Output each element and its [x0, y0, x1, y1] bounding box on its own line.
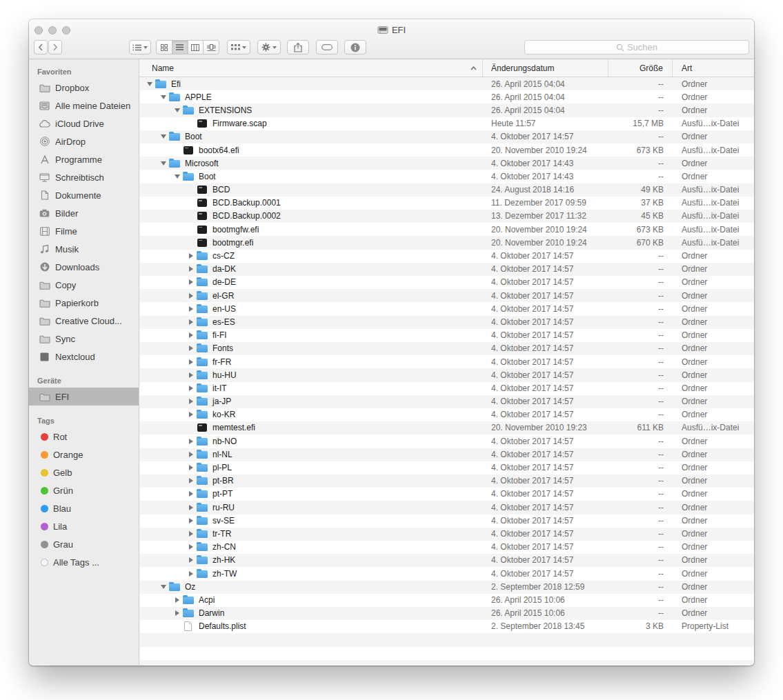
table-row[interactable]: Boot4. Oktober 2017 14:43--Ordner	[139, 170, 754, 183]
table-row[interactable]: ja-JP4. Oktober 2017 14:57--Ordner	[139, 395, 754, 408]
disclosure-closed-icon[interactable]	[188, 557, 195, 563]
sidebar-item-nextcloud[interactable]: Nextcloud	[29, 348, 139, 366]
table-row[interactable]: APPLE26. April 2015 04:04--Ordner	[139, 90, 754, 103]
sidebar-item-lila[interactable]: Lila	[29, 517, 139, 535]
disclosure-closed-icon[interactable]	[188, 279, 195, 286]
sidebar-item-copy[interactable]: Copy	[29, 276, 139, 294]
table-row[interactable]: el-GR4. Oktober 2017 14:57--Ordner	[139, 289, 754, 302]
sidebar-item-alle-meine-dateien[interactable]: Alle meine Dateien	[29, 97, 139, 114]
table-row[interactable]: tr-TR4. Oktober 2017 14:57--Ordner	[139, 527, 754, 540]
table-row[interactable]: EXTENSIONS26. April 2015 04:04--Ordner	[139, 103, 754, 117]
view-as-coverflow-button[interactable]	[204, 41, 219, 54]
disclosure-closed-icon[interactable]	[188, 385, 195, 392]
sidebar-item-bilder[interactable]: Bilder	[29, 204, 139, 222]
table-row[interactable]: ko-KR4. Oktober 2017 14:57--Ordner	[139, 408, 754, 421]
info-button[interactable]	[344, 40, 366, 54]
disclosure-closed-icon[interactable]	[188, 332, 195, 339]
sidebar-item-creative-cloud[interactable]: Creative Cloud...	[29, 312, 139, 330]
table-row[interactable]: de-DE4. Oktober 2017 14:57--Ordner	[139, 276, 754, 289]
table-row[interactable]: Darwin26. April 2015 10:06--Ordner	[139, 607, 754, 620]
table-row[interactable]: Fonts4. Oktober 2017 14:57--Ordner	[139, 342, 754, 355]
sidebar-item-programme[interactable]: Programme	[29, 150, 139, 168]
disclosure-closed-icon[interactable]	[188, 464, 195, 471]
sidebar-item-airdrop[interactable]: AirDrop	[29, 132, 139, 150]
sidebar-item-icloud-drive[interactable]: iCloud Drive	[29, 114, 139, 132]
disclosure-closed-icon[interactable]	[174, 610, 181, 617]
table-row[interactable]: bootmgr.efi20. November 2010 19:24670 KB…	[139, 236, 754, 249]
table-row[interactable]: en-US4. Oktober 2017 14:57--Ordner	[139, 302, 754, 315]
disclosure-open-icon[interactable]	[160, 160, 167, 167]
table-row[interactable]: es-ES4. Oktober 2017 14:57--Ordner	[139, 315, 754, 328]
share-button[interactable]	[287, 40, 309, 54]
table-row[interactable]: ru-RU4. Oktober 2017 14:57--Ordner	[139, 501, 754, 514]
table-row[interactable]: Efi26. April 2015 04:04--Ordner	[139, 77, 754, 90]
action-menu-button[interactable]	[257, 40, 281, 54]
sidebar-item-orange[interactable]: Orange	[29, 446, 139, 463]
table-row[interactable]: Boot4. Oktober 2017 14:57--Ordner	[139, 130, 754, 143]
disclosure-open-icon[interactable]	[174, 107, 181, 114]
disclosure-closed-icon[interactable]	[188, 372, 195, 379]
table-row[interactable]: Oz2. September 2018 12:59--Ordner	[139, 580, 754, 593]
disclosure-closed-icon[interactable]	[188, 345, 195, 352]
sidebar-item-dokumente[interactable]: Dokumente	[29, 186, 139, 204]
sidebar-item-efi[interactable]: EFI	[29, 388, 139, 406]
disclosure-open-icon[interactable]	[146, 81, 153, 88]
table-row[interactable]: pt-PT4. Oktober 2017 14:57--Ordner	[139, 488, 754, 501]
sidebar-item-alle-tags[interactable]: Alle Tags ...	[29, 553, 139, 571]
sidebar-item-rot[interactable]: Rot	[29, 428, 139, 446]
view-options-menu-button[interactable]	[129, 40, 151, 54]
table-row[interactable]: Microsoft4. Oktober 2017 14:43--Ordner	[139, 157, 754, 170]
column-header-kind[interactable]: Art	[673, 59, 754, 77]
sidebar-item-filme[interactable]: Filme	[29, 222, 139, 240]
table-row[interactable]: pt-BR4. Oktober 2017 14:57--Ordner	[139, 474, 754, 488]
sidebar-item-sync[interactable]: Sync	[29, 330, 139, 348]
disclosure-open-icon[interactable]	[174, 173, 181, 180]
view-as-icons-button[interactable]	[157, 41, 172, 54]
disclosure-closed-icon[interactable]	[188, 570, 195, 577]
table-row[interactable]: fr-FR4. Oktober 2017 14:57--Ordner	[139, 355, 754, 368]
table-row[interactable]: nb-NO4. Oktober 2017 14:57--Ordner	[139, 434, 754, 448]
back-button[interactable]	[34, 40, 48, 54]
disclosure-closed-icon[interactable]	[188, 530, 195, 537]
disclosure-closed-icon[interactable]	[188, 359, 195, 366]
disclosure-open-icon[interactable]	[160, 133, 167, 140]
table-row[interactable]: Firmware.scapHeute 11:5715,7 MBAusfü…ix-…	[139, 117, 754, 130]
table-row[interactable]: BCD24. August 2018 14:1649 KBAusfü…ix-Da…	[139, 183, 754, 197]
table-row[interactable]: zh-CN4. Oktober 2017 14:57--Ordner	[139, 541, 754, 554]
table-row[interactable]: BCD.Backup.000213. Dezember 2017 11:3245…	[139, 210, 754, 223]
title-bar[interactable]: EFI	[29, 19, 754, 59]
table-row[interactable]: hu-HU4. Oktober 2017 14:57--Ordner	[139, 368, 754, 381]
disclosure-open-icon[interactable]	[160, 94, 167, 101]
disclosure-closed-icon[interactable]	[188, 451, 195, 458]
disclosure-closed-icon[interactable]	[188, 319, 195, 326]
sidebar-item-schreibtisch[interactable]: Schreibtisch	[29, 168, 139, 186]
table-row[interactable]: bootx64.efi20. November 2010 19:24673 KB…	[139, 143, 754, 157]
disclosure-closed-icon[interactable]	[188, 438, 195, 445]
column-header-name[interactable]: Name	[139, 59, 483, 77]
disclosure-closed-icon[interactable]	[188, 411, 195, 418]
table-row[interactable]: it-IT4. Oktober 2017 14:57--Ordner	[139, 381, 754, 394]
table-row[interactable]: fi-FI4. Oktober 2017 14:57--Ordner	[139, 329, 754, 342]
sidebar-item-downloads[interactable]: Downloads	[29, 258, 139, 276]
disclosure-closed-icon[interactable]	[188, 306, 195, 312]
sidebar-item-blau[interactable]: Blau	[29, 499, 139, 517]
column-header-size[interactable]: Größe	[608, 59, 673, 77]
disclosure-closed-icon[interactable]	[188, 266, 195, 272]
sidebar-item-papierkorb[interactable]: Papierkorb	[29, 294, 139, 312]
disclosure-closed-icon[interactable]	[188, 504, 195, 511]
sidebar-item-gelb[interactable]: Gelb	[29, 463, 139, 481]
table-row[interactable]: BCD.Backup.000111. Dezember 2017 09:5937…	[139, 197, 754, 210]
disclosure-closed-icon[interactable]	[188, 398, 195, 405]
table-row[interactable]: sv-SE4. Oktober 2017 14:57--Ordner	[139, 514, 754, 527]
table-row[interactable]: zh-HK4. Oktober 2017 14:57--Ordner	[139, 554, 754, 567]
view-as-columns-button[interactable]	[188, 41, 204, 54]
disclosure-closed-icon[interactable]	[188, 517, 195, 524]
table-row[interactable]: memtest.efi20. November 2010 19:23611 KB…	[139, 421, 754, 434]
table-row[interactable]: bootmgfw.efi20. November 2010 19:24673 K…	[139, 223, 754, 236]
disclosure-closed-icon[interactable]	[188, 252, 195, 259]
table-row[interactable]: da-DK4. Oktober 2017 14:57--Ordner	[139, 263, 754, 276]
sidebar-item-dropbox[interactable]: Dropbox	[29, 79, 139, 97]
view-as-list-button[interactable]	[172, 41, 188, 54]
search-input[interactable]: Suchen	[524, 40, 749, 54]
disclosure-closed-icon[interactable]	[174, 597, 181, 603]
